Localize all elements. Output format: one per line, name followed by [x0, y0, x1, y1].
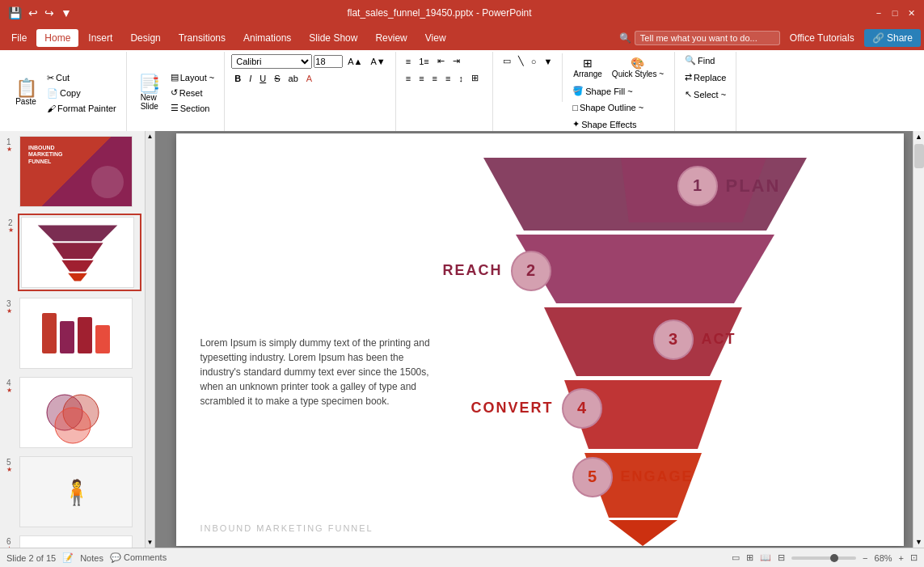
zoom-thumb[interactable]	[830, 554, 838, 562]
slide-thumb-1[interactable]: 1 ★ INBOUNDMARKETINGFUNNEL	[18, 134, 141, 209]
shape-fill-button[interactable]: 🪣 Shape Fill ~	[569, 84, 635, 98]
shape-effects-button[interactable]: ✦ Shape Effects	[569, 117, 639, 131]
share-button[interactable]: 🔗 Share	[864, 29, 921, 47]
find-button[interactable]: 🔍 Find	[681, 53, 729, 67]
svg-marker-13	[609, 520, 677, 546]
layout-button[interactable]: ▤ Layout ~	[167, 70, 218, 84]
shapes-more-btn[interactable]: ▼	[540, 55, 555, 68]
undo-icon[interactable]: ↩	[27, 5, 40, 21]
view-normal-btn[interactable]: ▭	[732, 552, 740, 563]
cut-button[interactable]: ✂ Cut	[44, 71, 120, 85]
replace-button[interactable]: ⇄ Replace	[681, 70, 729, 84]
format-painter-button[interactable]: 🖌 Format Painter	[44, 102, 120, 115]
customize-icon[interactable]: ▼	[59, 5, 74, 21]
menu-file[interactable]: File	[3, 29, 35, 47]
font-color-button[interactable]: A	[303, 72, 315, 85]
bullet-list-btn[interactable]: ≡	[403, 55, 414, 68]
increase-indent-btn[interactable]: ⇥	[449, 54, 463, 68]
justify-btn[interactable]: ≡	[442, 72, 454, 85]
slide-5-preview: 🧍	[19, 456, 133, 527]
zoom-in-btn[interactable]: +	[899, 553, 904, 563]
font-size-input[interactable]	[314, 55, 343, 68]
scroll-up-btn[interactable]: ▲	[147, 133, 154, 140]
align-center-btn[interactable]: ≡	[416, 72, 427, 85]
slide-info: Slide 2 of 15	[6, 553, 56, 563]
decrease-font-btn[interactable]: A▼	[368, 55, 389, 68]
copy-button[interactable]: 📄 Copy	[44, 87, 120, 100]
line-spacing-btn[interactable]: ↕	[455, 72, 466, 85]
canvas-scroll-up[interactable]: ▲	[915, 133, 922, 141]
shadow-button[interactable]: ab	[285, 72, 302, 85]
svg-marker-2	[61, 260, 93, 272]
close-button[interactable]: ✕	[905, 6, 918, 19]
align-left-btn[interactable]: ≡	[403, 72, 414, 85]
main-area: 1 ★ INBOUNDMARKETINGFUNNEL 2 ★	[0, 131, 924, 548]
slide-thumb-2[interactable]: 2 ★	[18, 214, 141, 291]
view-slide-sorter-btn[interactable]: ⊞	[746, 552, 753, 563]
canvas-scroll-thumb[interactable]	[914, 144, 924, 168]
menu-transitions[interactable]: Transitions	[171, 29, 234, 47]
menu-home[interactable]: Home	[36, 29, 78, 47]
reset-button[interactable]: ↺ Reset	[167, 86, 218, 99]
view-presenter-btn[interactable]: ⊟	[778, 552, 785, 563]
align-right-btn[interactable]: ≡	[429, 72, 441, 85]
menu-slideshow[interactable]: Slide Show	[301, 29, 365, 47]
shape-outline-button[interactable]: □ Shape Outline ~	[569, 101, 647, 114]
slide-thumb-4[interactable]: 4 ★	[18, 375, 141, 450]
shape-tool-line[interactable]: ╲	[515, 54, 527, 68]
save-icon[interactable]: 💾	[6, 5, 23, 21]
comments-button[interactable]: 💬 Comments	[110, 552, 167, 563]
canvas-scroll-down[interactable]: ▼	[915, 538, 922, 546]
format-painter-icon: 🖌	[47, 104, 56, 113]
scroll-down-btn[interactable]: ▼	[147, 539, 154, 546]
slide-thumb-6[interactable]: 6 ★ 📱 📘 🐦 📷	[18, 534, 141, 548]
ribbon-group-clipboard: 📋 Paste ✂ Cut 📄 Copy 🖌 Format Painter Cl…	[3, 52, 127, 144]
section-icon: ☰	[171, 103, 179, 113]
window-controls[interactable]: − □ ✕	[872, 6, 918, 19]
italic-button[interactable]: I	[246, 72, 255, 85]
layout-icon: ▤	[171, 72, 179, 83]
underline-button[interactable]: U	[256, 72, 269, 85]
menu-animations[interactable]: Animations	[235, 29, 299, 47]
select-button[interactable]: ↖ Select ~	[681, 87, 729, 101]
zoom-out-btn[interactable]: −	[863, 553, 867, 563]
body-text[interactable]: Lorem Ipsum is simply dummy text of the …	[200, 336, 443, 408]
maximize-button[interactable]: □	[888, 6, 901, 19]
redo-icon[interactable]: ↪	[43, 5, 56, 21]
slide-thumb-3[interactable]: 3 ★	[18, 296, 141, 370]
menu-view[interactable]: View	[417, 29, 454, 47]
notes-button[interactable]: Notes	[80, 553, 103, 563]
bold-button[interactable]: B	[231, 72, 244, 85]
fit-slide-btn[interactable]: ⊡	[910, 552, 918, 563]
slide-thumb-5[interactable]: 5 ★ 🧍	[18, 455, 141, 529]
paste-button[interactable]: 📋 Paste	[10, 77, 42, 108]
new-slide-button[interactable]: 📑 NewSlide	[133, 73, 166, 113]
canvas-scrollbar-v[interactable]: ▲ ▼	[913, 131, 924, 548]
view-reading-btn[interactable]: 📖	[760, 552, 771, 563]
quick-access-toolbar[interactable]: 💾 ↩ ↪ ▼	[6, 5, 74, 21]
font-family-select[interactable]: Calibri	[231, 54, 312, 69]
strikethrough-button[interactable]: S	[271, 72, 283, 85]
tell-me-bar[interactable]: Tell me what you want to do...	[635, 31, 780, 45]
stage-5-circle: 5	[572, 457, 613, 497]
menu-review[interactable]: Review	[367, 29, 415, 47]
drawing-separator	[562, 53, 563, 102]
minimize-button[interactable]: −	[872, 6, 885, 19]
increase-font-btn[interactable]: A▲	[344, 55, 365, 68]
office-tutorials-link[interactable]: Office Tutorials	[782, 29, 863, 47]
titlebar: 💾 ↩ ↪ ▼ flat_sales_funnel_19450.pptx - P…	[0, 0, 924, 26]
arrange-button[interactable]: ⊞ Arrange	[569, 54, 606, 81]
menu-insert[interactable]: Insert	[80, 29, 120, 47]
slide-canvas[interactable]: 1 PLAN REACH 2 3 ACT	[176, 133, 904, 546]
zoom-slider[interactable]	[791, 556, 856, 560]
shape-tool-rect[interactable]: ▭	[500, 54, 514, 68]
numbered-list-btn[interactable]: 1≡	[416, 55, 432, 68]
decrease-indent-btn[interactable]: ⇤	[434, 54, 448, 68]
columns-btn[interactable]: ⊞	[468, 71, 482, 85]
slide-panel-scrollbar[interactable]: ▲ ▼	[146, 131, 155, 548]
quick-styles-button[interactable]: 🎨 Quick Styles ~	[608, 54, 668, 81]
section-button[interactable]: ☰ Section	[167, 101, 218, 115]
paste-icon: 📋	[15, 79, 37, 97]
shape-tool-oval[interactable]: ○	[528, 55, 540, 68]
menu-design[interactable]: Design	[122, 29, 168, 47]
